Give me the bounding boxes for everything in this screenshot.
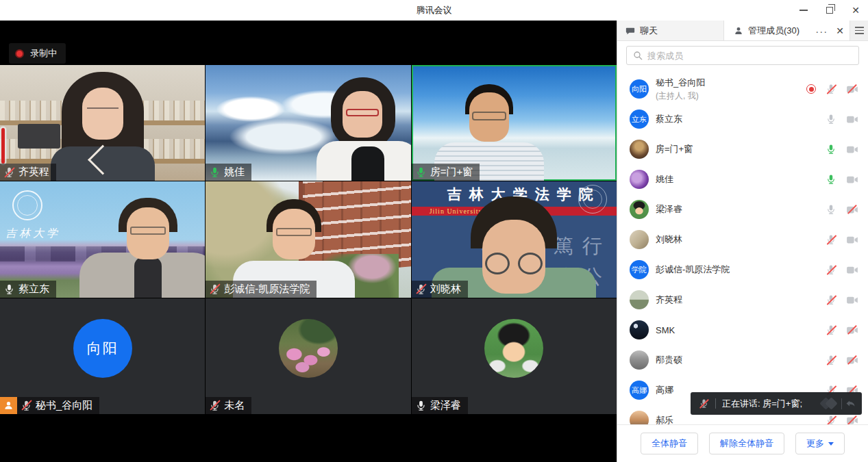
camera-icon[interactable]	[846, 295, 858, 305]
avatar	[279, 319, 338, 378]
member-row[interactable]: 姚佳	[617, 164, 868, 194]
window-title: 腾讯会议	[0, 0, 868, 21]
avatar	[630, 200, 649, 219]
search-input[interactable]	[626, 46, 859, 65]
mic-icon[interactable]	[826, 84, 836, 94]
avatar: 向阳	[73, 319, 132, 378]
member-row[interactable]: 学院 彭诚信-凯原法学院	[617, 255, 868, 285]
member-row[interactable]: 邴贵硕	[617, 345, 868, 375]
mic-icon[interactable]	[826, 204, 836, 215]
close-icon[interactable]: ✕	[852, 5, 860, 15]
tile-name-label: 齐英程	[0, 164, 56, 181]
member-role: (主持人, 我)	[656, 90, 799, 102]
tile-name-label: 彭诚信-凯原法学院	[206, 281, 317, 298]
video-tile-4[interactable]: 吉林大学 蔡立东	[0, 181, 205, 297]
video-tile-5[interactable]: 彭诚信-凯原法学院	[206, 181, 410, 297]
member-name: 齐英程	[656, 294, 819, 306]
member-name: 姚佳	[656, 173, 819, 185]
member-panel: 聊天 管理成员(30) ··· ✕ 向阳 秘书_谷向阳 (主持人, 我)	[617, 21, 868, 462]
tile-name-label: 姚佳	[206, 164, 251, 181]
member-name: 邴贵硕	[656, 354, 819, 366]
university-name: 吉林大学	[5, 227, 81, 241]
camera-icon[interactable]	[846, 355, 858, 365]
video-tile-3-speaking[interactable]: 房=门+窗	[412, 65, 617, 181]
mic-muted-icon	[699, 398, 709, 409]
member-name: 彭诚信-凯原法学院	[656, 264, 819, 276]
mic-muted-icon	[209, 283, 221, 295]
mic-icon[interactable]	[826, 324, 836, 335]
member-name: 房=门+窗	[656, 143, 819, 155]
avatar: 学院	[630, 260, 649, 279]
camera-icon[interactable]	[846, 265, 858, 275]
camera-icon[interactable]	[846, 235, 858, 245]
person-icon	[734, 26, 743, 36]
recording-badge: 录制中	[9, 43, 66, 64]
search-icon	[632, 50, 643, 61]
chevron-down-icon	[828, 442, 834, 446]
camera-icon[interactable]	[846, 175, 858, 185]
panel-tabs: 聊天 管理成员(30) ··· ✕	[617, 21, 868, 41]
video-tile-2[interactable]: 姚佳	[206, 65, 410, 181]
hamburger-menu-icon[interactable]	[850, 21, 868, 40]
mic-icon[interactable]	[826, 355, 836, 365]
avatar	[630, 290, 649, 309]
avatar	[630, 411, 649, 424]
mic-muted-icon	[415, 283, 427, 295]
mic-muted-icon	[3, 166, 15, 178]
member-row[interactable]: 房=门+窗	[617, 134, 868, 164]
video-tile-8[interactable]: 未名	[206, 298, 410, 414]
recording-label: 录制中	[30, 47, 57, 60]
video-tile-9[interactable]: 梁泽睿	[412, 298, 617, 414]
member-name: 秘书_谷向阳	[656, 77, 799, 89]
mic-icon[interactable]	[826, 144, 836, 155]
tab-chat[interactable]: 聊天	[617, 21, 724, 40]
panel-close-icon[interactable]: ✕	[836, 26, 844, 36]
tile-name-label: 未名	[206, 397, 251, 414]
mic-icon[interactable]	[826, 415, 836, 424]
camera-icon[interactable]	[846, 415, 858, 425]
video-tile-6[interactable]: 吉林大学法学院 Jilin University School of Law 明…	[412, 181, 617, 297]
mic-icon[interactable]	[826, 114, 836, 125]
unmute-all-button[interactable]: 解除全体静音	[709, 433, 784, 454]
avatar	[484, 319, 543, 378]
member-row[interactable]: 刘晓林	[617, 224, 868, 255]
avatar	[630, 350, 649, 370]
camera-icon[interactable]	[846, 325, 858, 335]
member-row[interactable]: 齐英程	[617, 285, 868, 315]
video-tile-1[interactable]: 齐英程	[0, 65, 205, 181]
member-row[interactable]: 立东 蔡立东	[617, 104, 868, 134]
avatar	[630, 140, 649, 159]
mic-on-icon	[415, 400, 427, 411]
mic-icon[interactable]	[826, 174, 836, 185]
minimize-icon[interactable]	[799, 10, 808, 11]
avatar: 高娜	[630, 381, 649, 400]
mute-all-button[interactable]: 全体静音	[641, 433, 698, 454]
more-options-icon[interactable]: ···	[815, 26, 828, 36]
mic-icon[interactable]	[826, 294, 836, 305]
avatar	[630, 230, 649, 249]
more-button[interactable]: 更多	[795, 433, 845, 454]
reply-arrow-icon[interactable]	[845, 398, 856, 409]
member-name: 刘晓林	[656, 233, 819, 246]
member-name: 蔡立东	[656, 113, 819, 125]
camera-icon[interactable]	[846, 84, 858, 94]
member-row[interactable]: SMK	[617, 315, 868, 345]
tile-name-label: 刘晓林	[412, 281, 468, 298]
member-list: 向阳 秘书_谷向阳 (主持人, 我) 立东 蔡立东 房=门+窗	[617, 70, 868, 424]
mic-icon[interactable]	[826, 234, 836, 245]
restore-icon[interactable]	[826, 7, 833, 14]
member-row[interactable]: 向阳 秘书_谷向阳 (主持人, 我)	[617, 74, 868, 104]
video-tile-7[interactable]: 向阳 秘书_谷向阳	[0, 298, 205, 414]
mic-muted-icon	[21, 400, 32, 411]
camera-icon[interactable]	[846, 114, 858, 125]
mic-icon[interactable]	[826, 264, 836, 275]
camera-icon[interactable]	[846, 205, 858, 215]
member-row[interactable]: 梁泽睿	[617, 194, 868, 224]
avatar: 立东	[630, 110, 649, 129]
tab-manage-members[interactable]: 管理成员(30) ··· ✕	[724, 21, 850, 40]
chat-icon	[625, 26, 635, 36]
laptop-decor	[18, 124, 60, 149]
mic-active-icon	[415, 166, 427, 178]
camera-icon[interactable]	[846, 144, 858, 155]
member-name: 郝乐	[656, 414, 819, 424]
